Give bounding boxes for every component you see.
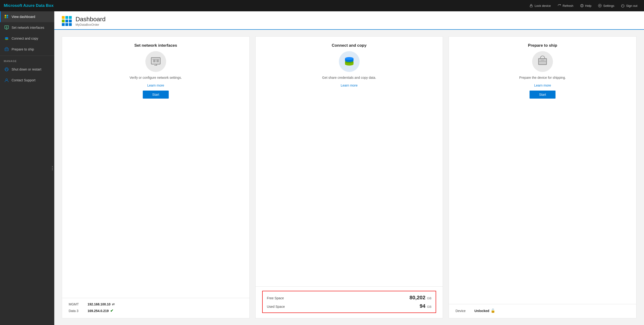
device-row: Device Unlocked 🔓 xyxy=(456,309,630,313)
card-title-ship: Prepare to ship xyxy=(528,43,557,48)
svg-rect-18 xyxy=(153,59,156,62)
shutdown-icon xyxy=(4,67,9,71)
space-box: Free Space 80,202 GB Used Space 94 GB xyxy=(262,291,436,313)
copy-card-icon-circle xyxy=(339,51,360,72)
power-icon xyxy=(621,4,625,7)
copy-card-icon xyxy=(343,55,356,68)
svg-point-16 xyxy=(6,79,7,80)
svg-point-26 xyxy=(345,57,354,60)
device-value: Unlocked 🔓 xyxy=(474,309,495,313)
card-bottom-ship: Device Unlocked 🔓 xyxy=(449,304,636,318)
svg-rect-9 xyxy=(6,27,7,28)
sidebar-item-label: Connect and copy xyxy=(12,36,38,40)
ship-card-icon xyxy=(537,56,548,67)
dashboard-grid-icon xyxy=(62,16,72,26)
card-top-network: Set network interfaces Verify or configu… xyxy=(62,36,250,298)
support-icon xyxy=(4,78,9,82)
sidebar-divider xyxy=(0,56,54,56)
refresh-button[interactable]: Refresh xyxy=(554,2,576,9)
sidebar-item-label: View dashboard xyxy=(12,15,35,19)
sign-out-button[interactable]: Sign out xyxy=(618,2,640,9)
lock-device-button[interactable]: Lock device xyxy=(526,2,554,9)
page-subtitle: MyDataBoxOrder xyxy=(76,23,106,26)
svg-rect-4 xyxy=(5,15,6,16)
card-connect-copy: Connect and copy Get share credential xyxy=(255,36,443,319)
network-icon xyxy=(4,25,9,30)
mgmt-label: MGMT xyxy=(69,302,85,306)
learn-more-copy[interactable]: Learn more xyxy=(341,83,358,87)
card-bottom-network: MGMT 192.168.100.10 ⇄ Data 3 169.254.0.2… xyxy=(62,298,250,318)
main-content: Dashboard MyDataBoxOrder Set network int… xyxy=(54,11,644,325)
card-top-ship: Prepare to ship Prepare the device for s… xyxy=(449,36,636,304)
start-button-ship[interactable]: Start xyxy=(530,91,556,99)
used-space-value: 94 GB xyxy=(420,303,432,309)
used-space-label: Used Space xyxy=(267,305,285,309)
used-space-row: Used Space 94 GB xyxy=(267,303,432,309)
sidebar-item-connect-copy[interactable]: Connect and copy xyxy=(0,33,54,44)
card-desc-ship: Prepare the device for shipping. xyxy=(519,75,566,80)
ship-card-icon-circle xyxy=(532,51,553,72)
sidebar-item-label: Shut down or restart xyxy=(12,67,41,71)
card-desc-network: Verify or configure network settings. xyxy=(130,75,182,80)
page-header: Dashboard MyDataBoxOrder xyxy=(54,11,644,30)
sidebar-item-label: Prepare to ship xyxy=(12,47,34,51)
svg-point-2 xyxy=(582,6,582,6)
check-icon: ✔ xyxy=(110,309,113,313)
card-top-copy: Connect and copy Get share credential xyxy=(256,36,443,286)
refresh-icon xyxy=(558,4,561,7)
grid-icon xyxy=(4,15,9,19)
topnav-actions: Lock device Refresh Help Setting xyxy=(526,2,640,9)
resize-handle[interactable] xyxy=(52,166,53,170)
sidebar-item-set-network[interactable]: Set network interfaces xyxy=(0,22,54,33)
page-title: Dashboard xyxy=(76,15,106,23)
data3-label: Data 3 xyxy=(69,309,85,313)
info-row-data3: Data 3 169.254.0.219 ✔ xyxy=(69,309,243,313)
sidebar-item-contact-support[interactable]: Contact Support xyxy=(0,75,54,86)
mgmt-value: 192.168.100.10 ⇄ xyxy=(88,302,115,306)
svg-rect-0 xyxy=(530,5,532,7)
manage-section-label: MANAGE xyxy=(0,57,54,64)
top-navigation: Microsoft Azure Data Box Lock device Ref… xyxy=(0,0,644,11)
svg-rect-5 xyxy=(6,15,8,16)
help-icon xyxy=(580,4,584,7)
svg-rect-7 xyxy=(6,17,8,18)
card-title-network: Set network interfaces xyxy=(134,43,177,48)
app-title: Microsoft Azure Data Box xyxy=(4,3,54,8)
card-bottom-copy: Free Space 80,202 GB Used Space 94 GB xyxy=(256,287,443,318)
svg-rect-19 xyxy=(156,59,159,62)
help-button[interactable]: Help xyxy=(577,2,594,9)
sidebar-item-view-dashboard[interactable]: View dashboard xyxy=(0,11,54,22)
free-space-row: Free Space 80,202 GB xyxy=(267,295,432,301)
svg-rect-6 xyxy=(5,17,6,18)
copy-icon xyxy=(4,36,9,40)
card-prepare-ship: Prepare to ship Prepare the device for s… xyxy=(448,36,636,319)
card-set-network: Set network interfaces Verify or configu… xyxy=(62,36,250,319)
ship-icon xyxy=(4,47,9,51)
network-card-icon-circle xyxy=(145,51,166,72)
data3-value: 169.254.0.219 ✔ xyxy=(88,309,113,313)
unlock-icon: 🔓 xyxy=(490,309,495,313)
learn-more-ship[interactable]: Learn more xyxy=(534,83,551,87)
sidebar-item-label: Set network interfaces xyxy=(12,26,44,29)
free-space-label: Free Space xyxy=(267,296,284,300)
svg-rect-29 xyxy=(541,59,544,61)
svg-point-3 xyxy=(600,5,600,6)
page-header-text: Dashboard MyDataBoxOrder xyxy=(76,15,106,26)
svg-point-12 xyxy=(5,37,8,38)
learn-more-network[interactable]: Learn more xyxy=(147,83,164,87)
app-layout: View dashboard Set network interfaces Co… xyxy=(0,11,644,325)
sidebar-item-label: Contact Support xyxy=(12,78,36,82)
sidebar-item-prepare-ship[interactable]: Prepare to ship xyxy=(0,44,54,55)
start-button-network[interactable]: Start xyxy=(143,91,169,99)
settings-button[interactable]: Settings xyxy=(595,2,617,9)
network-card-icon xyxy=(150,56,162,67)
svg-rect-13 xyxy=(5,48,8,51)
lock-icon xyxy=(529,4,533,7)
sidebar: View dashboard Set network interfaces Co… xyxy=(0,11,54,325)
card-desc-copy: Get share credentials and copy data. xyxy=(322,75,376,80)
sidebar-item-shutdown[interactable]: Shut down or restart xyxy=(0,64,54,75)
settings-icon xyxy=(598,4,602,7)
swap-icon: ⇄ xyxy=(112,302,115,306)
svg-rect-27 xyxy=(538,58,546,65)
svg-rect-20 xyxy=(152,59,159,60)
